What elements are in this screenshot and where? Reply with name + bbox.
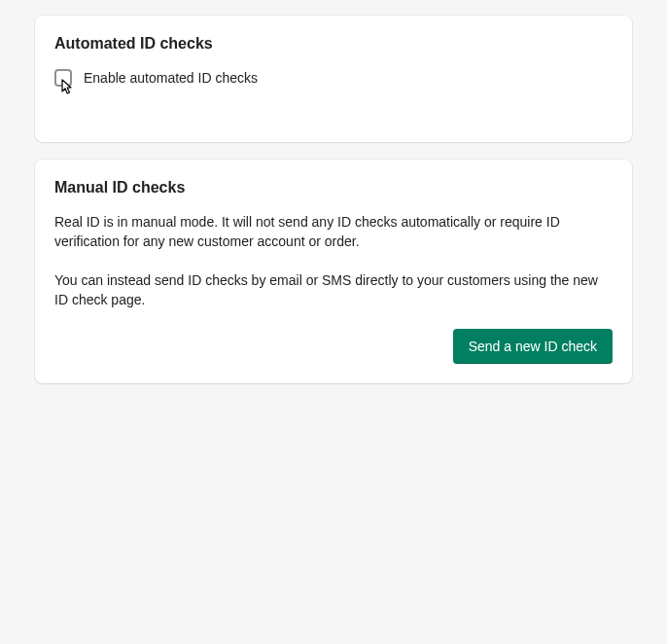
automated-id-checks-card: Automated ID checks Enable automated ID … xyxy=(35,16,632,142)
cursor-icon xyxy=(60,79,76,96)
button-row: Send a new ID check xyxy=(54,329,613,364)
manual-description-2: You can instead send ID checks by email … xyxy=(54,270,613,309)
manual-description-1: Real ID is in manual mode. It will not s… xyxy=(54,212,613,251)
checkbox-row: Enable automated ID checks xyxy=(54,68,613,123)
enable-automated-checkbox-label: Enable automated ID checks xyxy=(84,68,258,88)
send-new-id-check-button[interactable]: Send a new ID check xyxy=(453,329,613,364)
automated-card-title: Automated ID checks xyxy=(54,35,613,53)
enable-automated-checkbox[interactable] xyxy=(54,69,72,87)
manual-id-checks-card: Manual ID checks Real ID is in manual mo… xyxy=(35,160,632,383)
manual-card-title: Manual ID checks xyxy=(54,179,613,197)
